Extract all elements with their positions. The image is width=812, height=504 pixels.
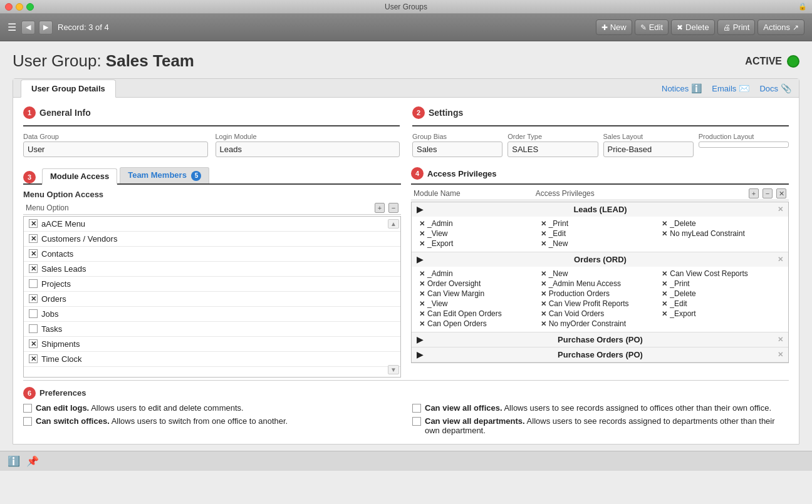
tab-user-group-details[interactable]: User Group Details	[21, 80, 116, 98]
access-module-header[interactable]: ▶ Orders (ORD) ✕	[412, 252, 788, 267]
lock-icon: 🔒	[798, 3, 807, 11]
menu-list-item[interactable]: Jobs	[24, 307, 400, 322]
perm-label: Can View Margin	[427, 289, 484, 298]
section-num-1: 1	[23, 106, 36, 119]
page-title: User Group: Sales Team	[13, 51, 194, 71]
perm-check-icon: ✕	[662, 300, 667, 308]
perm-check-icon: ✕	[541, 290, 546, 298]
menu-list-item[interactable]: Customers / Vendors	[24, 232, 400, 247]
access-remove-button[interactable]: −	[763, 188, 773, 198]
perm-label: _Admin Menu Access	[549, 279, 621, 288]
pin-icon[interactable]: 📌	[26, 455, 39, 467]
menu-item-checkbox[interactable]	[29, 354, 38, 363]
module-close-icon[interactable]: ✕	[778, 205, 783, 213]
perm-label: Production Orders	[549, 289, 610, 298]
edit-button[interactable]: ✎ Edit	[635, 19, 669, 35]
menu-item-checkbox[interactable]	[29, 324, 38, 333]
access-privileges-title: Access Privileges	[427, 169, 497, 178]
team-members-tab[interactable]: Team Members 5	[120, 167, 209, 183]
access-module: ▶ Orders (ORD) ✕✕_Admin✕_New✕Can View Co…	[412, 252, 788, 332]
menu-remove-button[interactable]: −	[388, 203, 398, 213]
menu-item-checkbox[interactable]	[29, 294, 38, 303]
group-bias-value: Sales	[412, 141, 502, 157]
delete-button[interactable]: ✖ Delete	[671, 19, 715, 35]
perm-check-icon: ✕	[541, 300, 546, 308]
perm-item: ✕_Export	[662, 309, 781, 318]
settings-title: Settings	[429, 108, 463, 118]
hamburger-icon[interactable]: ☰	[8, 21, 16, 33]
pref-checkbox[interactable]	[412, 417, 421, 426]
access-list-actions: + − ✕	[749, 188, 786, 198]
general-info-title: General Info	[39, 108, 91, 118]
print-button[interactable]: 🖨 Print	[717, 19, 756, 35]
docs-link[interactable]: Docs 📎	[759, 83, 791, 93]
module-access-tab[interactable]: Module Access	[42, 168, 117, 185]
maximize-button[interactable]	[26, 3, 34, 11]
nav-prev-button[interactable]: ◀	[21, 21, 35, 34]
pref-checkbox[interactable]	[23, 417, 32, 426]
module-close-icon[interactable]: ✕	[778, 336, 783, 344]
minimize-button[interactable]	[16, 3, 23, 11]
scroll-up-arrow[interactable]: ▲	[388, 219, 399, 229]
menu-item-checkbox[interactable]	[29, 339, 38, 348]
new-icon: ✚	[601, 23, 608, 32]
perm-item: ✕_Admin	[419, 269, 538, 278]
menu-item-checkbox[interactable]	[29, 249, 38, 258]
menu-add-button[interactable]: +	[375, 203, 385, 213]
menu-list-item[interactable]: Contacts	[24, 247, 400, 262]
perm-item: ✕_Print	[541, 219, 660, 228]
access-module-header[interactable]: ▶ Leads (LEAD) ✕	[412, 202, 788, 217]
active-dot-indicator	[787, 55, 799, 68]
perm-label: Order Oversight	[427, 279, 481, 288]
module-close-icon[interactable]: ✕	[778, 255, 783, 264]
access-module-header[interactable]: ▶ Purchase Orders (PO) ✕	[412, 332, 788, 347]
access-module-po-header[interactable]: ▶ Purchase Orders (PO) ✕	[412, 347, 788, 362]
section-num-4: 4	[411, 167, 424, 180]
menu-item-checkbox[interactable]	[29, 264, 38, 273]
perm-check-icon: ✕	[419, 280, 425, 288]
access-clear-button[interactable]: ✕	[776, 188, 786, 198]
perm-label: _Print	[670, 279, 689, 288]
perm-item: ✕Can Open Orders	[419, 319, 538, 328]
access-add-button[interactable]: +	[749, 188, 759, 198]
production-layout-value	[699, 141, 789, 148]
menu-item-checkbox[interactable]	[29, 234, 38, 243]
menu-list-item[interactable]: aACE Menu	[24, 217, 400, 232]
po-close-icon[interactable]: ✕	[778, 351, 783, 359]
login-module-label: Login Module	[216, 133, 400, 140]
emails-label: Emails	[712, 84, 736, 93]
section-num-6: 6	[23, 387, 36, 399]
perm-check-icon: ✕	[662, 290, 667, 298]
menu-item-checkbox[interactable]	[29, 279, 38, 288]
actions-button[interactable]: Actions ↗	[757, 19, 804, 35]
access-list-header: Module Name Access Privileges + − ✕	[411, 187, 789, 200]
menu-list-item[interactable]: Orders	[24, 292, 400, 307]
menu-list-item[interactable]: Tasks	[24, 322, 400, 337]
menu-list-item[interactable]: Time Clock	[24, 352, 400, 367]
scroll-down-arrow[interactable]: ▼	[388, 365, 399, 374]
perm-check-icon: ✕	[419, 300, 425, 308]
menu-list-item[interactable]: Sales Leads	[24, 262, 400, 277]
menu-list-item[interactable]: Shipments	[24, 337, 400, 352]
info-icon[interactable]: ℹ️	[8, 455, 20, 467]
menu-item-checkbox[interactable]	[29, 309, 38, 318]
perm-item: ✕_Export	[419, 239, 538, 248]
menu-list-item[interactable]: Projects	[24, 277, 400, 292]
notices-link[interactable]: Notices ℹ️	[662, 83, 702, 93]
sales-layout-label: Sales Layout	[603, 133, 694, 140]
pref-checkbox[interactable]	[23, 404, 32, 413]
nav-next-button[interactable]: ▶	[39, 21, 53, 34]
status-text: ACTIVE	[745, 56, 782, 67]
emails-link[interactable]: Emails ✉️	[712, 83, 749, 93]
close-button[interactable]	[5, 3, 13, 11]
pref-checkbox[interactable]	[412, 404, 421, 413]
new-button[interactable]: ✚ New	[596, 19, 632, 35]
chevron-right-icon: ▶	[417, 335, 423, 344]
perm-item: ✕_New	[541, 269, 660, 278]
title-bar: User Groups 🔒	[0, 0, 812, 14]
menu-item-checkbox[interactable]	[29, 219, 38, 228]
preferences-section: 6 Preferences Can edit logs. Allows user…	[23, 380, 789, 435]
settings-header: 2 Settings	[412, 106, 789, 119]
tab-right-links: Notices ℹ️ Emails ✉️ Docs 📎	[662, 83, 791, 97]
perm-label: _Edit	[670, 299, 687, 308]
